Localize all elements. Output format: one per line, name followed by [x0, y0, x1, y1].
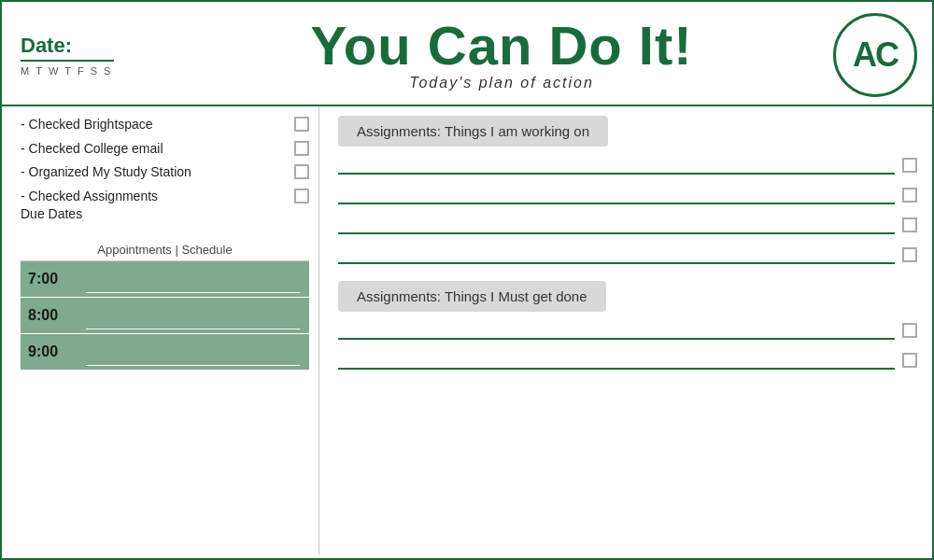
working-line-2	[338, 186, 895, 204]
date-underline	[21, 60, 114, 62]
must-line-2	[338, 351, 895, 370]
checklist-item-1-text: - Checked Brightspace	[21, 116, 285, 134]
checkbox-1[interactable]	[294, 117, 309, 132]
working-checkbox-3[interactable]	[902, 217, 917, 232]
page: Date: M T W T F S S You Can Do It! Today…	[2, 2, 934, 560]
checklist-item-2: - Checked College email	[21, 140, 309, 159]
checklist-item-3-text: - Organized My Study Station	[21, 163, 285, 182]
schedule-time-3: 9:00	[21, 334, 77, 370]
day-w: W	[49, 65, 59, 77]
checklist-item-4: - Checked AssignmentsDue Dates	[21, 188, 309, 224]
must-get-done-label: Assignments: Things I Must get done	[338, 281, 606, 312]
title-section: You Can Do It! Today's plan of action	[170, 19, 814, 91]
checklist-item-1: - Checked Brightspace	[21, 116, 309, 134]
working-line-3	[338, 216, 895, 234]
must-line-row-2	[338, 345, 917, 375]
day-t: T	[35, 65, 43, 77]
schedule-line-1	[86, 274, 300, 293]
schedule-line-area-3	[77, 334, 309, 370]
date-section: Date: M T W T F S S	[21, 34, 170, 77]
working-checkbox-1[interactable]	[902, 158, 917, 173]
right-column: Assignments: Things I am working on	[319, 106, 934, 554]
working-checkbox-4[interactable]	[902, 247, 917, 262]
working-on-label: Assignments: Things I am working on	[338, 116, 608, 147]
header: Date: M T W T F S S You Can Do It! Today…	[2, 2, 934, 106]
schedule-time-2: 8:00	[21, 298, 77, 333]
must-checkbox-2[interactable]	[902, 353, 917, 368]
working-line-row-1	[338, 150, 917, 180]
working-checkbox-2[interactable]	[902, 188, 917, 203]
must-line-row-1	[338, 315, 917, 345]
working-line-4	[338, 245, 895, 264]
main-content: - Checked Brightspace - Checked College …	[2, 106, 934, 554]
day-s: S	[91, 65, 98, 77]
checkbox-2[interactable]	[294, 141, 309, 156]
checklist-item-4-text: - Checked AssignmentsDue Dates	[21, 188, 285, 224]
logo-text: AC	[853, 35, 898, 75]
must-checkbox-1[interactable]	[902, 323, 917, 338]
working-line-row-2	[338, 180, 917, 210]
checklist: - Checked Brightspace - Checked College …	[21, 116, 309, 224]
schedule-row-3: 9:00	[21, 334, 309, 371]
left-column: - Checked Brightspace - Checked College …	[2, 106, 319, 554]
checkbox-4[interactable]	[294, 189, 309, 203]
schedule-row-2: 8:00	[21, 298, 309, 334]
working-on-section: Assignments: Things I am working on	[338, 116, 917, 270]
must-get-done-lines	[338, 315, 917, 375]
logo-circle: AC	[833, 13, 917, 97]
subtitle: Today's plan of action	[189, 75, 814, 91]
main-title: You Can Do It!	[189, 19, 814, 73]
day-s2: S	[104, 65, 111, 77]
schedule-header: Appointments | Schedule	[21, 239, 309, 261]
checklist-item-2-text: - Checked College email	[21, 140, 285, 159]
schedule-line-area-2	[77, 298, 309, 333]
checklist-item-3: - Organized My Study Station	[21, 163, 309, 182]
must-get-done-section: Assignments: Things I Must get done	[338, 281, 917, 375]
working-on-lines	[338, 150, 917, 270]
schedule-line-area-1	[77, 261, 309, 297]
schedule-row-1: 7:00	[21, 261, 309, 298]
schedule-table: Appointments | Schedule 7:00 8:00 9:00	[21, 239, 309, 371]
schedule-line-2	[86, 311, 300, 329]
day-t2: T	[64, 65, 72, 77]
working-line-1	[338, 156, 895, 175]
schedule-line-3	[86, 347, 300, 366]
must-line-1	[338, 321, 895, 340]
working-line-row-3	[338, 210, 917, 240]
day-f: F	[78, 65, 85, 77]
working-line-row-4	[338, 240, 917, 270]
day-letters: M T W T F S S	[21, 65, 170, 77]
day-m: M	[21, 65, 30, 77]
checkbox-3[interactable]	[294, 164, 309, 179]
date-label: Date:	[21, 34, 170, 58]
schedule-time-1: 7:00	[21, 261, 77, 297]
